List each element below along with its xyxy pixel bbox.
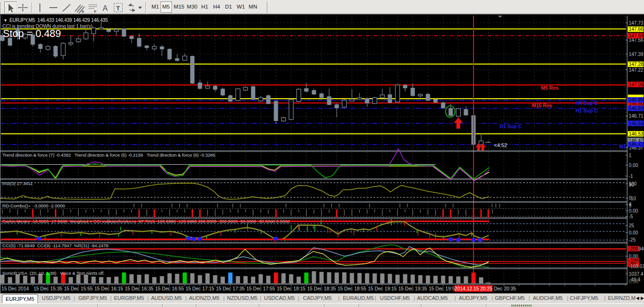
svg-text:0.00: 0.00 xyxy=(629,279,639,284)
svg-text:146.53: 146.53 xyxy=(629,131,644,137)
svg-text:RD-Combo()= -3.0000 -2.0000: RD-Combo()= -3.0000 -2.0000 xyxy=(2,203,65,208)
svg-text:H4 Sup C: H4 Sup C xyxy=(576,100,598,106)
svg-text:147.05: 147.05 xyxy=(629,82,644,87)
svg-text:15 Dec 19:15: 15 Dec 19:15 xyxy=(368,286,397,291)
svg-text:15 Dec 16:15: 15 Dec 16:15 xyxy=(95,286,123,291)
svg-text:15 Dec 17:55: 15 Dec 17:55 xyxy=(246,286,275,291)
svg-text:146.41: 146.41 xyxy=(629,142,644,147)
svg-text:Carlos-Mestre -16.5000 -17.563: Carlos-Mestre -16.5000 -17.5636 Weighted… xyxy=(2,219,290,224)
svg-text:15 Dec 18:15: 15 Dec 18:15 xyxy=(277,286,306,291)
svg-text:Stop = 0.489: Stop = 0.489 xyxy=(3,28,61,39)
svg-text:0.00: 0.00 xyxy=(629,163,638,168)
svg-text:RSI(3) 17.3411: RSI(3) 17.3411 xyxy=(2,181,33,186)
svg-text:M15 Res: M15 Res xyxy=(532,102,552,108)
svg-text:Trend direction & force (7) -0: Trend direction & force (7) -0.4382 Tren… xyxy=(2,152,215,158)
svg-text:EURJPY,M5 146.433 146.439 146: EURJPY,M5 146.433 146.439 146.429 146.43… xyxy=(9,18,108,23)
svg-text:0.00: 0.00 xyxy=(629,230,638,235)
svg-text:M5 Res: M5 Res xyxy=(541,85,559,91)
svg-text:1037.4: 1037.4 xyxy=(629,271,644,277)
svg-text:15 Dec 16:35: 15 Dec 16:35 xyxy=(125,286,154,291)
svg-text:Dec 20:35: Dec 20:35 xyxy=(494,286,516,291)
svg-text:T: T xyxy=(116,5,120,12)
svg-text:147.73: 147.73 xyxy=(629,20,644,26)
svg-text:D1 Sup C: D1 Sup C xyxy=(500,123,522,129)
svg-text:-1: -1 xyxy=(629,174,633,179)
svg-text:15 Dec 16:55: 15 Dec 16:55 xyxy=(155,286,184,291)
svg-text:SonicR VSA (20, 10, 1.38) V: SonicR VSA (20, 10, 1.38) Voice & Text A… xyxy=(2,270,104,276)
svg-text:15 Dec 19:35: 15 Dec 19:35 xyxy=(398,286,427,291)
svg-text:2014.12.15 20:25: 2014.12.15 20:25 xyxy=(455,286,492,291)
svg-text:CCI(5) -71.6849 CCI(9) -114.7: CCI(5) -71.6849 CCI(9) -114.7947 %R(31) … xyxy=(2,243,108,248)
svg-text:147.59: 147.59 xyxy=(629,33,644,38)
svg-text:-103.07: -103.07 xyxy=(629,264,644,269)
svg-text:5: 5 xyxy=(629,203,632,208)
svg-text:146.80: 146.80 xyxy=(629,106,644,111)
svg-text:946: 946 xyxy=(638,246,644,251)
svg-text:146.64: 146.64 xyxy=(629,121,644,126)
svg-text:15 Dec 15:55: 15 Dec 15:55 xyxy=(64,286,93,291)
svg-text:147.28: 147.28 xyxy=(629,62,644,67)
svg-text:A: A xyxy=(103,4,108,12)
svg-text:1: 1 xyxy=(629,153,632,158)
svg-text:25: 25 xyxy=(629,223,635,228)
svg-text:-5: -5 xyxy=(629,214,633,219)
svg-text:0.00: 0.00 xyxy=(629,208,638,214)
svg-text:10: 10 xyxy=(631,196,636,201)
svg-text:15 Dec 15:35: 15 Dec 15:35 xyxy=(34,286,63,291)
svg-text:H1 Sup C: H1 Sup C xyxy=(576,108,598,113)
svg-text:15 Dec 18:55: 15 Dec 18:55 xyxy=(338,286,367,291)
svg-text:147.22: 147.22 xyxy=(629,67,644,73)
svg-text:146.89: 146.89 xyxy=(629,97,644,102)
svg-text:15 Dec 18:35: 15 Dec 18:35 xyxy=(307,286,336,291)
svg-text:146.71: 146.71 xyxy=(629,113,644,119)
svg-text:90: 90 xyxy=(629,182,635,187)
svg-text:15 Dec 19:55: 15 Dec 19:55 xyxy=(429,286,458,291)
svg-text:M1: M1 xyxy=(619,144,626,149)
svg-text:-25: -25 xyxy=(629,237,636,242)
svg-text:15 Dec 17:15: 15 Dec 17:15 xyxy=(186,286,215,291)
svg-text:▼: ▼ xyxy=(3,18,8,23)
svg-text:147.39: 147.39 xyxy=(629,52,644,57)
svg-text:-200: -200 xyxy=(629,246,638,251)
svg-text:15 Dec 17:35: 15 Dec 17:35 xyxy=(216,286,245,291)
svg-text:15 Dec 2014: 15 Dec 2014 xyxy=(1,286,29,291)
svg-text:<4:52: <4:52 xyxy=(494,142,507,148)
svg-text:F: F xyxy=(94,9,96,14)
svg-text:147.66: 147.66 xyxy=(629,27,644,32)
svg-text:E: E xyxy=(82,9,85,14)
